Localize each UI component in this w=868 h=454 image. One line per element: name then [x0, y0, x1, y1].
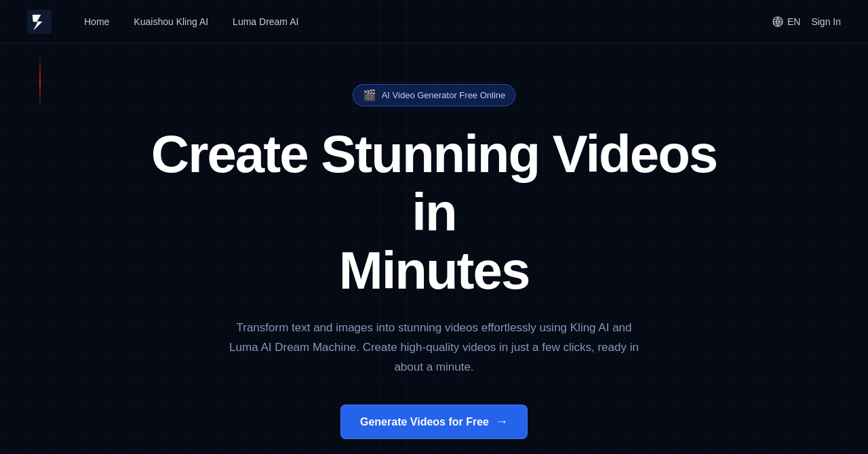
- language-selector[interactable]: EN: [772, 16, 800, 27]
- globe-icon: [772, 16, 783, 27]
- nav-right: EN Sign In: [772, 16, 841, 27]
- hero-subtext: Transform text and images into stunning …: [224, 318, 644, 377]
- logo[interactable]: [27, 9, 52, 34]
- cta-label: Generate Videos for Free: [360, 416, 489, 428]
- cta-button[interactable]: Generate Videos for Free →: [340, 405, 528, 439]
- hero-headline: Create Stunning Videos in Minutes: [129, 125, 739, 300]
- nav-home[interactable]: Home: [84, 16, 109, 27]
- sign-in-button[interactable]: Sign In: [811, 16, 841, 27]
- headline-line2: Minutes: [339, 241, 530, 300]
- headline-line1: Create Stunning Videos in: [151, 124, 717, 242]
- nav-luma[interactable]: Luma Dream AI: [233, 16, 298, 27]
- language-label: EN: [787, 16, 800, 27]
- badge-icon: 🎬: [363, 89, 376, 102]
- hero-section: 🎬 AI Video Generator Free Online Create …: [0, 43, 868, 439]
- navbar: Home Kuaishou Kling AI Luma Dream AI EN …: [0, 0, 868, 43]
- hero-badge: 🎬 AI Video Generator Free Online: [353, 84, 516, 106]
- nav-kling[interactable]: Kuaishou Kling AI: [134, 16, 208, 27]
- arrow-icon: →: [496, 415, 508, 429]
- badge-text: AI Video Generator Free Online: [382, 90, 506, 100]
- nav-links: Home Kuaishou Kling AI Luma Dream AI: [84, 16, 772, 27]
- logo-icon: [27, 9, 52, 34]
